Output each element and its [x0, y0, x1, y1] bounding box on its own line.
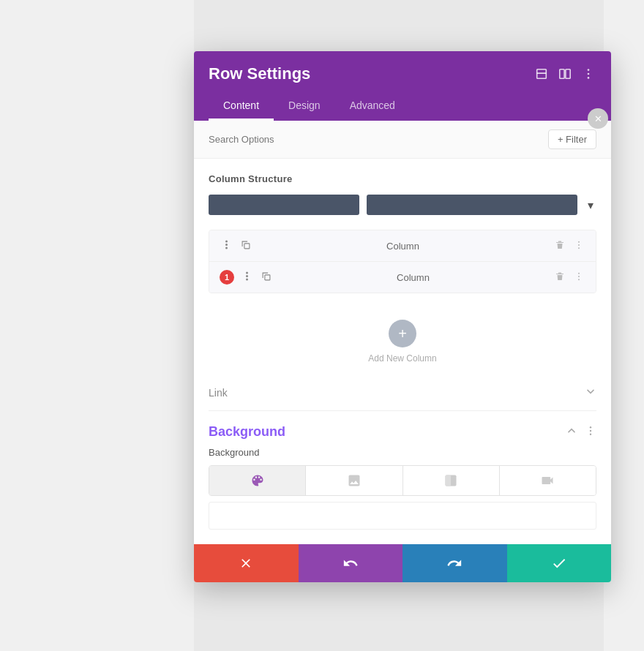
svg-point-22 — [590, 429, 591, 431]
bg-tab-video[interactable] — [500, 466, 596, 495]
column-1-label: Column — [258, 241, 547, 252]
svg-point-23 — [590, 433, 591, 434]
save-button[interactable] — [507, 544, 612, 582]
column-structure-arrow[interactable]: ▾ — [585, 197, 596, 214]
color-swatch-row — [209, 502, 596, 530]
column-2-label: Column — [279, 272, 547, 283]
background-section-icons — [566, 425, 596, 440]
column-2-settings-icon[interactable] — [240, 269, 254, 285]
row-settings-modal: Row Settings — [194, 51, 611, 582]
bg-tab-image[interactable] — [306, 466, 402, 495]
column-badge: 1 — [220, 270, 234, 285]
svg-point-4 — [588, 69, 590, 71]
column-2-delete-icon[interactable] — [553, 270, 566, 285]
svg-point-13 — [578, 247, 580, 249]
bg-tab-color[interactable] — [209, 466, 306, 495]
svg-point-12 — [578, 244, 580, 245]
modal-title-icons — [533, 66, 596, 82]
svg-point-6 — [588, 77, 590, 79]
link-section[interactable]: Link — [209, 375, 596, 411]
svg-point-9 — [225, 247, 228, 249]
background-section-title: Background — [209, 424, 285, 440]
svg-point-7 — [225, 241, 228, 243]
column-1-delete-icon[interactable] — [553, 238, 566, 254]
add-column-area: + Add New Column — [209, 308, 596, 375]
column-1-more-icon[interactable] — [572, 238, 585, 254]
col-bar-right — [367, 195, 577, 215]
svg-point-5 — [588, 73, 590, 75]
more-options-icon[interactable] — [580, 66, 596, 82]
table-row: 1 Column — [209, 262, 596, 293]
background-type-tabs — [209, 465, 596, 496]
add-column-button[interactable]: + — [389, 320, 416, 347]
svg-rect-17 — [265, 274, 270, 279]
svg-rect-25 — [446, 475, 452, 486]
modal-title-row: Row Settings — [209, 64, 596, 83]
svg-point-15 — [246, 275, 248, 277]
column-rows-list: Column — [209, 230, 596, 293]
redo-button[interactable] — [402, 544, 507, 582]
svg-point-11 — [578, 241, 580, 242]
layout-icon[interactable] — [557, 66, 573, 82]
bg-tab-gradient[interactable] — [403, 466, 500, 495]
column-2-actions — [553, 270, 585, 285]
fullscreen-icon[interactable] — [533, 66, 550, 82]
column-structure-title: Column Structure — [209, 173, 596, 184]
filter-button[interactable]: + Filter — [548, 129, 596, 149]
svg-point-14 — [246, 272, 248, 274]
svg-rect-3 — [566, 69, 570, 79]
svg-point-8 — [225, 244, 228, 246]
col-bar-left — [209, 195, 359, 215]
table-row: Column — [209, 230, 596, 262]
svg-rect-10 — [244, 243, 250, 248]
svg-point-19 — [578, 275, 580, 276]
column-2-more-icon[interactable] — [572, 270, 585, 285]
left-panel-bg — [0, 0, 194, 651]
add-column-label: Add New Column — [368, 353, 436, 364]
modal-title: Row Settings — [209, 64, 310, 83]
background-section-header: Background — [209, 424, 596, 440]
search-input[interactable] — [209, 134, 548, 145]
column-settings-icon[interactable] — [220, 238, 233, 254]
modal-header: Row Settings — [194, 51, 611, 121]
modal-tabs: Content Design Advanced — [209, 92, 596, 121]
link-label: Link — [209, 387, 228, 399]
column-structure-selector: ▾ — [209, 195, 596, 215]
modal-body: Column Structure ▾ — [194, 159, 611, 544]
tab-content[interactable]: Content — [209, 92, 274, 121]
cancel-button[interactable] — [194, 544, 299, 582]
link-collapse-icon — [585, 385, 596, 400]
svg-rect-0 — [537, 69, 547, 79]
column-2-copy-icon[interactable] — [260, 270, 273, 285]
svg-point-21 — [590, 426, 591, 428]
edge-close-button[interactable]: ✕ — [588, 108, 608, 129]
svg-point-20 — [578, 279, 580, 280]
svg-point-16 — [246, 279, 248, 281]
column-copy-icon[interactable] — [239, 238, 252, 254]
background-collapse-icon[interactable] — [566, 425, 577, 440]
undo-button[interactable] — [299, 544, 403, 582]
column-1-actions — [553, 238, 585, 254]
tab-advanced[interactable]: Advanced — [335, 92, 410, 121]
tab-design[interactable]: Design — [274, 92, 335, 121]
svg-point-18 — [578, 272, 580, 274]
background-field-label: Background — [209, 447, 596, 458]
modal-footer — [194, 544, 611, 582]
background-more-icon[interactable] — [585, 425, 596, 440]
search-bar: + Filter — [194, 121, 611, 159]
svg-rect-2 — [560, 69, 564, 79]
